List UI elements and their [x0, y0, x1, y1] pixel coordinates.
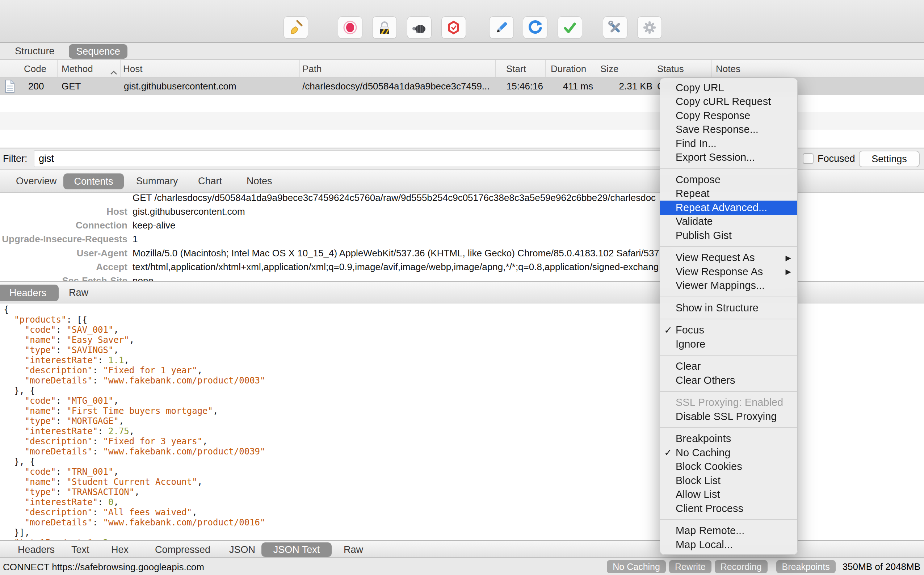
status-bar: CONNECT https://safebrowsing.googleapis.… — [0, 558, 924, 575]
menu-item-block-cookies[interactable]: Block Cookies — [660, 460, 797, 474]
header-name: Accept — [0, 261, 127, 273]
menu-item-map-local[interactable]: Map Local... — [660, 538, 797, 552]
menu-item-compose[interactable]: Compose — [660, 173, 797, 187]
menu-item-export-session[interactable]: Export Session... — [660, 151, 797, 165]
badge-breakpoints[interactable]: Breakpoints — [776, 560, 836, 573]
tab-chart[interactable]: Chart — [198, 176, 222, 187]
menu-item-label: Show in Structure — [676, 302, 759, 314]
menu-item-ssl-proxying-enabled: SSL Proxying: Enabled — [660, 396, 797, 410]
sort-ascending-icon — [110, 67, 117, 78]
menu-item-repeat[interactable]: Repeat — [660, 187, 797, 201]
menu-item-client-process[interactable]: Client Process — [660, 502, 797, 516]
col-header-host[interactable]: Host — [123, 64, 142, 75]
menu-item-view-response-as[interactable]: View Response As▶ — [660, 265, 797, 279]
validate-check-icon[interactable] — [558, 17, 582, 38]
menu-item-copy-response[interactable]: Copy Response — [660, 109, 797, 123]
menu-item-find-in[interactable]: Find In... — [660, 137, 797, 151]
submenu-arrow-icon: ▶ — [786, 253, 791, 262]
col-header-code[interactable]: Code — [24, 64, 46, 75]
header-name: User-Agent — [0, 248, 127, 259]
menu-item-copy-curl-request[interactable]: Copy cURL Request — [660, 95, 797, 109]
menu-item-block-list[interactable]: Block List — [660, 473, 797, 488]
request-line: GET /charlesdocsy/d50584a1da9a9bece3c745… — [133, 192, 656, 203]
menu-item-show-in-structure[interactable]: Show in Structure — [660, 301, 797, 315]
menu-item-label: Copy Response — [676, 110, 750, 122]
menu-item-label: Block List — [676, 475, 721, 487]
cell-start: 15:46:16 — [496, 81, 543, 92]
tab-response-raw[interactable]: Raw — [344, 544, 363, 556]
menu-item-publish-gist[interactable]: Publish Gist — [660, 229, 797, 243]
focused-label[interactable]: Focused — [818, 153, 855, 164]
settings-gear-icon[interactable] — [638, 17, 662, 38]
structure-sequence-bar: Structure Sequence — [0, 43, 924, 60]
header-value: text/html,application/xhtml+xml,applicat… — [133, 261, 659, 273]
document-icon — [4, 79, 15, 95]
tab-request-headers[interactable]: Headers — [0, 284, 59, 301]
menu-item-copy-url[interactable]: Copy URL — [660, 81, 797, 95]
menu-item-breakpoints[interactable]: Breakpoints — [660, 432, 797, 446]
compose-pen-icon[interactable] — [489, 17, 513, 38]
tab-response-text[interactable]: Text — [71, 544, 89, 556]
menu-separator — [660, 319, 797, 319]
tab-summary[interactable]: Summary — [136, 176, 178, 187]
menu-item-disable-ssl-proxying[interactable]: Disable SSL Proxying — [660, 410, 797, 424]
json-text-content: { "products": [{ "code": "SAV_001", "nam… — [4, 305, 265, 540]
tools-icon[interactable] — [603, 17, 627, 38]
header-name: Host — [0, 206, 127, 217]
col-header-size[interactable]: Size — [600, 64, 619, 75]
menu-item-map-remote[interactable]: Map Remote... — [660, 524, 797, 538]
ssl-lock-icon[interactable] — [373, 17, 397, 38]
cell-duration: 411 ms — [543, 81, 593, 92]
col-header-status[interactable]: Status — [657, 64, 684, 75]
menu-item-repeat-advanced[interactable]: Repeat Advanced... — [660, 200, 797, 215]
tab-contents[interactable]: Contents — [64, 173, 124, 189]
repeat-refresh-icon[interactable] — [523, 17, 547, 38]
tab-overview[interactable]: Overview — [16, 176, 57, 187]
record-icon[interactable] — [338, 17, 362, 38]
menu-item-save-response[interactable]: Save Response... — [660, 123, 797, 137]
col-header-start[interactable]: Start — [506, 64, 526, 75]
badge-no-caching[interactable]: No Caching — [607, 560, 666, 573]
menu-item-clear[interactable]: Clear — [660, 359, 797, 374]
charles-proxy-window: Structure Sequence Code Method Host Path… — [0, 0, 924, 575]
col-header-path[interactable]: Path — [302, 64, 322, 75]
tab-sequence[interactable]: Sequence — [69, 44, 127, 59]
menu-item-label: Clear Others — [676, 375, 735, 386]
menu-item-validate[interactable]: Validate — [660, 215, 797, 229]
badge-rewrite[interactable]: Rewrite — [669, 560, 711, 573]
menu-item-label: Find In... — [676, 138, 716, 149]
broom-icon[interactable] — [284, 17, 308, 38]
menu-item-allow-list[interactable]: Allow List — [660, 488, 797, 502]
tab-response-hex[interactable]: Hex — [111, 544, 129, 556]
tab-structure[interactable]: Structure — [15, 46, 55, 57]
menu-item-label: Map Local... — [676, 539, 733, 551]
menu-item-label: Repeat — [676, 187, 710, 200]
tab-request-raw[interactable]: Raw — [69, 287, 88, 299]
badge-recording[interactable]: Recording — [715, 560, 768, 573]
tab-response-headers[interactable]: Headers — [18, 544, 55, 556]
col-header-notes[interactable]: Notes — [716, 64, 740, 75]
menu-item-no-caching[interactable]: ✓No Caching — [660, 446, 797, 460]
focused-checkbox[interactable] — [803, 153, 814, 164]
menu-item-ignore[interactable]: Ignore — [660, 337, 797, 351]
header-value: gist.githubusercontent.com — [133, 206, 245, 217]
tab-response-compressed[interactable]: Compressed — [155, 544, 210, 556]
status-connect-text: CONNECT https://safebrowsing.googleapis.… — [3, 562, 204, 573]
menu-item-focus[interactable]: ✓Focus — [660, 323, 797, 337]
menu-item-clear-others[interactable]: Clear Others — [660, 373, 797, 388]
menu-item-label: Breakpoints — [676, 433, 731, 445]
tab-notes[interactable]: Notes — [246, 176, 272, 187]
tab-response-json[interactable]: JSON — [229, 544, 255, 556]
breakpoints-stop-icon[interactable] — [442, 17, 466, 38]
menu-separator — [660, 297, 797, 297]
col-header-duration[interactable]: Duration — [551, 64, 586, 75]
request-table-header: Code Method Host Path Start Duration Siz… — [0, 60, 924, 78]
col-header-method[interactable]: Method — [62, 64, 93, 75]
menu-item-label: Copy cURL Request — [676, 95, 771, 108]
menu-item-viewer-mappings[interactable]: Viewer Mappings... — [660, 279, 797, 293]
throttle-turtle-icon[interactable] — [407, 17, 431, 38]
settings-button[interactable]: Settings — [859, 151, 920, 167]
menu-item-view-request-as[interactable]: View Request As▶ — [660, 251, 797, 265]
tab-response-json-text[interactable]: JSON Text — [261, 542, 332, 557]
cell-path: /charlesdocsy/d50584a1da9a9bece3c7459... — [302, 81, 490, 92]
